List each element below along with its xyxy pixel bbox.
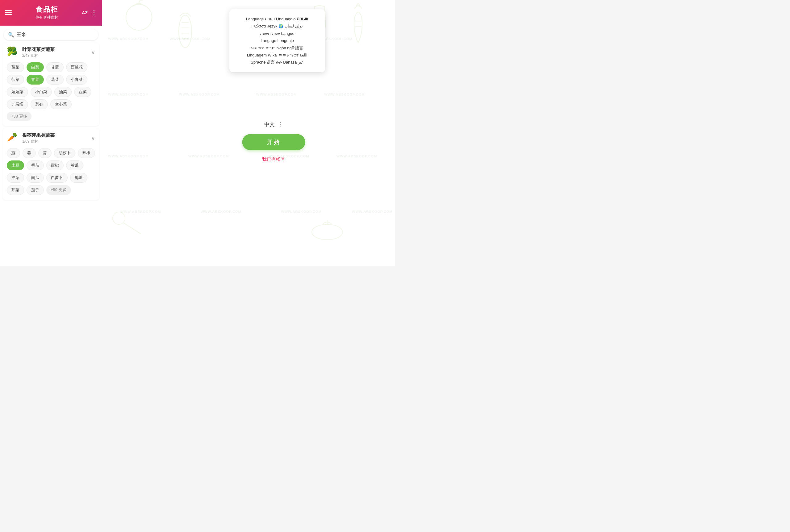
tag-youcai[interactable]: 油菜 [54,87,72,97]
svg-point-1 [179,15,192,48]
veg-ladle-outline [111,210,142,235]
tag-yangcong[interactable]: 洋葱 [7,173,24,183]
tag-jiang[interactable]: 姜 [22,148,36,158]
tag-leafy-more[interactable]: +38 更多 [7,112,32,121]
lang-word-14: भाषा [251,46,258,50]
lang-word-16: ภาษา [265,46,277,50]
lang-word-24: Sprache [251,60,265,64]
tag-huluobo[interactable]: 胡萝卜 [54,148,75,158]
tag-digua[interactable]: 地瓜 [70,173,87,183]
tag-xiaobai[interactable]: 小白菜 [31,87,52,97]
lang-word-3: Linguaggio [276,17,296,21]
az-sort-button[interactable]: AZ [82,10,88,15]
category-leafy-expand[interactable]: ∨ [91,49,95,56]
category-leafy-name: 叶菜花菜类蔬菜 [22,46,91,53]
veg-carrot-outline [346,3,371,46]
watermark-16: WWW.ABSKOOP.COM [352,210,393,213]
lang-word-5: Γλώσσα [251,24,266,28]
svg-point-13 [113,212,125,224]
category-leafy-icon: 🥦 [7,46,19,59]
tag-tianjiao[interactable]: 甜椒 [46,160,63,170]
category-leafy-tags: 菠菜 白菜 甘蓝 西兰花 菠菜 青菜 花菜 小青菜 娃娃菜 小白菜 油菜 韭菜 … [7,62,95,121]
lang-word-22: አማርኛ [287,53,300,57]
tag-suan[interactable]: 蒜 [38,148,52,158]
tag-ganlan[interactable]: 甘蓝 [46,62,63,72]
watermark-12: WWW.ABSKOOP.COM [337,154,377,158]
lang-word-28: عبر [298,60,304,64]
category-root-expand[interactable]: ∨ [91,135,95,141]
language-dots-menu[interactable]: ⋮ [277,121,283,128]
has-account-link[interactable]: 我已有帐号 [262,156,285,162]
tag-xilanhua[interactable]: 西兰花 [66,62,87,72]
tag-jiucai[interactable]: 韭菜 [74,87,91,97]
search-input[interactable] [17,32,94,37]
veg-tomato-outline [120,0,157,34]
lang-word-17: Ngôn ngữ [277,46,296,50]
tag-lajiao[interactable]: 辣椒 [78,148,95,158]
tag-bocai2[interactable]: 菠菜 [7,75,24,84]
tag-xiaoqingcai[interactable]: 小青菜 [66,75,87,84]
tag-qiezi[interactable]: 茄子 [26,185,44,195]
lang-word-20: Wika [268,53,278,57]
category-leafy-info: 叶菜花菜类蔬菜 2/48 食材 [22,46,91,58]
tag-root-more[interactable]: +59 更多 [46,185,71,195]
tag-bailuobo[interactable]: 白萝卜 [46,173,68,183]
tag-caixin[interactable]: 菜心 [31,99,48,109]
tag-tudou[interactable]: 土豆 [7,160,24,170]
header: 食品柜 你有 9 种食材 AZ ⋮ [0,0,102,25]
lang-word-13: Lenguaje [277,38,294,43]
tag-jiucengta[interactable]: 九层塔 [7,99,28,109]
lang-word-1: Language [246,17,264,21]
tag-bocai[interactable]: 菠菜 [7,62,24,72]
lang-word-25: 语言 [267,60,276,64]
tag-huacai[interactable]: 花菜 [46,75,63,84]
svg-point-15 [312,224,343,240]
start-button[interactable]: 开始 [242,134,305,150]
lang-word-19: Linguagem [247,53,267,57]
tag-wawacai[interactable]: 娃娃菜 [7,87,28,97]
category-root-header: 🥕 根茎芽果类蔬菜 1/69 食材 ∨ [7,132,95,145]
tag-nangua[interactable]: 南瓜 [26,173,44,183]
watermark-1: WWW.ABSKOOP.COM [108,37,149,41]
lang-word-12: Langage [261,38,276,43]
tag-fanqie[interactable]: 番茄 [26,160,44,170]
globe-placeholder: 🌍 [279,24,283,28]
tag-qincai[interactable]: 芹菜 [7,185,24,195]
lang-word-2: ภาษา [265,17,276,21]
lang-word-15: ভাষা [258,46,265,50]
category-leafy-count: 2/48 食材 [22,53,91,58]
header-actions: AZ ⋮ [82,9,97,16]
svg-point-0 [126,4,152,30]
lang-word-4: ЯЗЫК [297,17,308,21]
lang-word-27: Bahasa [283,60,298,64]
lang-word-8: لسان [285,24,294,28]
watermark-6: WWW.ABSKOOP.COM [179,93,220,96]
watermark-8: WWW.ABSKOOP.COM [324,93,365,96]
selected-language: 中文 [264,121,275,128]
language-popup-content: Language ภาษา Linguaggio ЯЗЫК Γλώσσα Jęz… [237,15,318,66]
category-root-info: 根茎芽果类蔬菜 1/69 食材 [22,132,91,144]
background-area: WWW.ABSKOOP.COM WWW.ABSKOOP.COM WWW.ABSK… [102,0,395,266]
tag-baicai[interactable]: 白菜 [26,62,44,72]
more-options-icon[interactable]: ⋮ [91,9,97,16]
svg-line-14 [124,223,140,234]
category-leafy-header: 🥦 叶菜花菜类蔬菜 2/48 食材 ∨ [7,46,95,59]
tag-qingcai[interactable]: 青菜 [26,75,44,84]
lang-word-26: ሁሉ [276,60,283,64]
tag-kongxincai[interactable]: 空心菜 [50,99,72,109]
watermark-14: WWW.ABSKOOP.COM [201,210,241,213]
language-popup: Language ภาษา Linguaggio ЯЗЫК Γλώσσα Jęz… [229,9,325,72]
tag-huanggua[interactable]: 黄瓜 [66,160,83,170]
category-root-icon: 🥕 [7,132,19,145]
header-title-group: 食品柜 你有 9 种食材 [12,5,82,20]
search-bar: 🔍 [4,29,98,40]
tag-cong[interactable]: 葱 [7,148,20,158]
search-icon: 🔍 [8,32,14,38]
watermark-15: WWW.ABSKOOP.COM [281,210,322,213]
lang-word-11: Langue [281,31,294,36]
category-root-count: 1/69 食材 [22,139,91,144]
watermark-7: WWW.ABSKOOP.COM [256,93,297,96]
app-title: 食品柜 [12,5,82,14]
left-panel: 食品柜 你有 9 种食材 AZ ⋮ 🔍 🥦 叶菜花菜类蔬菜 2/48 食材 ∨ … [0,0,102,266]
menu-icon[interactable] [5,10,12,15]
